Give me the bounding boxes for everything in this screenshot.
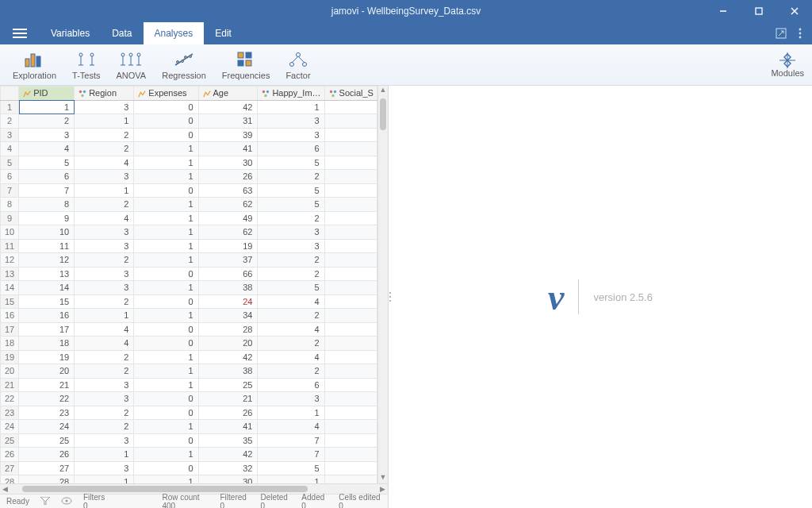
cell[interactable]: 6 xyxy=(258,378,324,392)
cell[interactable]: 7 xyxy=(258,448,324,462)
cell[interactable]: 5 xyxy=(258,281,324,295)
row-header[interactable]: 26 xyxy=(1,448,19,462)
cell[interactable]: 24 xyxy=(198,294,258,309)
cell[interactable]: 5 xyxy=(258,156,324,170)
table-row[interactable]: 232320261 xyxy=(1,406,377,420)
table-row[interactable]: 282811301 xyxy=(1,475,377,484)
cell[interactable]: 41 xyxy=(198,142,258,156)
row-header[interactable]: 5 xyxy=(1,156,19,170)
cell[interactable]: 1 xyxy=(134,142,198,156)
cell[interactable] xyxy=(324,198,377,212)
cell[interactable]: 0 xyxy=(134,114,198,129)
table-row[interactable]: 2210313 xyxy=(1,114,377,129)
cell[interactable]: 4 xyxy=(75,337,134,351)
cell[interactable]: 20 xyxy=(19,364,75,379)
cell[interactable]: 1 xyxy=(134,350,198,364)
cell[interactable]: 3 xyxy=(258,128,324,142)
cell[interactable]: 10 xyxy=(19,225,75,240)
pane-divider-handle[interactable] xyxy=(388,285,393,309)
cell[interactable]: 1 xyxy=(134,225,198,240)
cell[interactable]: 3 xyxy=(75,267,134,281)
table-row[interactable]: 171740284 xyxy=(1,322,377,337)
cell[interactable]: 34 xyxy=(198,309,258,323)
cell[interactable]: 9 xyxy=(19,211,75,225)
row-header[interactable]: 14 xyxy=(1,281,19,295)
cell[interactable]: 1 xyxy=(134,309,198,323)
cell[interactable] xyxy=(324,128,377,142)
column-header-pid[interactable]: PID xyxy=(19,87,75,101)
cell[interactable]: 2 xyxy=(75,364,134,379)
cell[interactable]: 17 xyxy=(19,322,75,337)
cell[interactable]: 26 xyxy=(198,170,258,184)
row-header[interactable]: 4 xyxy=(1,142,19,156)
cell[interactable]: 14 xyxy=(19,281,75,295)
cell[interactable]: 26 xyxy=(198,406,258,420)
row-header[interactable]: 6 xyxy=(1,170,19,184)
cell[interactable]: 4 xyxy=(75,322,134,337)
ribbon-frequencies-button[interactable]: Frequencies xyxy=(214,50,278,80)
eye-icon[interactable] xyxy=(61,497,72,506)
cell[interactable]: 0 xyxy=(134,183,198,198)
cell[interactable] xyxy=(324,253,377,267)
cell[interactable]: 0 xyxy=(134,100,198,114)
tab-analyses[interactable]: Analyses xyxy=(144,22,205,44)
cell[interactable]: 2 xyxy=(258,364,324,379)
row-header[interactable]: 1 xyxy=(1,100,19,114)
row-header[interactable]: 19 xyxy=(1,350,19,364)
cell[interactable] xyxy=(324,378,377,392)
row-header[interactable]: 2 xyxy=(1,114,19,129)
table-row[interactable]: 272730325 xyxy=(1,461,377,475)
cell[interactable]: 37 xyxy=(198,253,258,267)
cell[interactable]: 21 xyxy=(198,392,258,406)
cell[interactable]: 6 xyxy=(258,142,324,156)
cell[interactable]: 25 xyxy=(198,378,258,392)
kebab-menu-icon[interactable] xyxy=(793,26,807,40)
vertical-scrollbar[interactable]: ▲ ▼ xyxy=(377,86,388,483)
cell[interactable]: 41 xyxy=(198,420,258,434)
table-row[interactable]: 191921424 xyxy=(1,350,377,364)
row-header[interactable]: 24 xyxy=(1,420,19,434)
cell[interactable]: 4 xyxy=(258,350,324,364)
cell[interactable]: 16 xyxy=(19,309,75,323)
cell[interactable]: 1 xyxy=(19,100,75,114)
cell[interactable] xyxy=(324,433,377,448)
table-row[interactable]: 9941492 xyxy=(1,211,377,225)
cell[interactable]: 2 xyxy=(258,253,324,267)
cell[interactable]: 2 xyxy=(19,114,75,129)
cell[interactable]: 1 xyxy=(134,378,198,392)
data-table[interactable]: PIDRegionExpensesAgeHappy_Im…Social_S 11… xyxy=(0,86,377,483)
cell[interactable]: 24 xyxy=(19,420,75,434)
cell[interactable]: 2 xyxy=(258,309,324,323)
cell[interactable] xyxy=(324,461,377,475)
cell[interactable]: 42 xyxy=(198,448,258,462)
cell[interactable]: 26 xyxy=(19,448,75,462)
cell[interactable]: 19 xyxy=(198,239,258,253)
cell[interactable]: 1 xyxy=(134,448,198,462)
table-row[interactable]: 181840202 xyxy=(1,337,377,351)
cell[interactable]: 3 xyxy=(75,461,134,475)
cell[interactable]: 2 xyxy=(258,170,324,184)
cell[interactable]: 2 xyxy=(258,337,324,351)
cell[interactable]: 38 xyxy=(198,364,258,379)
cell[interactable]: 5 xyxy=(258,198,324,212)
cell[interactable]: 62 xyxy=(198,198,258,212)
column-header-happyim[interactable]: Happy_Im… xyxy=(258,87,324,101)
cell[interactable] xyxy=(324,183,377,198)
cell[interactable]: 2 xyxy=(75,420,134,434)
column-header-socials[interactable]: Social_S xyxy=(324,87,377,101)
cell[interactable]: 2 xyxy=(75,294,134,309)
window-minimize-button[interactable] xyxy=(705,0,741,22)
cell[interactable]: 1 xyxy=(134,170,198,184)
cell[interactable]: 23 xyxy=(19,406,75,420)
cell[interactable]: 18 xyxy=(19,337,75,351)
expand-icon[interactable] xyxy=(774,26,788,40)
cell[interactable]: 5 xyxy=(258,183,324,198)
ribbon-regression-button[interactable]: Regression xyxy=(154,50,214,80)
cell[interactable] xyxy=(324,225,377,240)
row-header[interactable]: 9 xyxy=(1,211,19,225)
cell[interactable]: 4 xyxy=(258,294,324,309)
cell[interactable] xyxy=(324,420,377,434)
cell[interactable]: 0 xyxy=(134,267,198,281)
cell[interactable]: 0 xyxy=(134,322,198,337)
row-header[interactable]: 17 xyxy=(1,322,19,337)
